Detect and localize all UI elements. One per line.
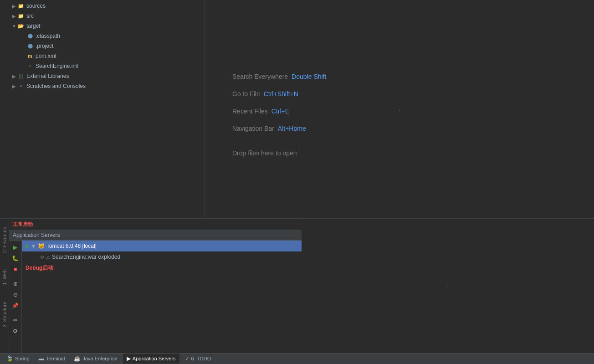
toolbar-tab-terminal-label: Terminal (46, 356, 65, 361)
side-tab-web[interactable]: 1: Web (1, 266, 8, 289)
classpath-icon: ⬤ (26, 32, 34, 40)
tree-label-src: src (26, 13, 34, 19)
settings-button[interactable]: ⚙ (10, 326, 20, 336)
run-icon: ▶ (26, 243, 29, 249)
expand-button[interactable]: ⊕ (10, 279, 20, 289)
stop-button[interactable]: ■ (10, 264, 20, 274)
shortcut-file-label: Go to File (232, 90, 260, 97)
tree-item-extlibs[interactable]: ▶ ||| External Libraries (0, 71, 205, 81)
shortcut-nav: Navigation Bar Alt+Home (232, 125, 306, 132)
tomcat-icon: 🐱 (38, 243, 45, 249)
tree-item-src[interactable]: ▶ 📁 src (0, 11, 205, 21)
tree-label-pom: pom.xml (36, 53, 56, 59)
shortcut-file-key: Ctrl+Shift+N (264, 90, 298, 97)
folder-icon-src: 📁 (17, 12, 25, 20)
terminal-icon: ▬ (39, 355, 44, 362)
tree-arrow-src: ▶ (11, 14, 17, 19)
shortcut-search-label: Search Everywhere (232, 73, 288, 80)
tree-label-target: target (26, 23, 41, 29)
artifact-warn-icon: ⚠ (46, 255, 50, 260)
scratch-icon: ▪ (17, 82, 25, 90)
app-servers-icon: ▶ (127, 355, 131, 362)
drop-hint: Drop files here to open (232, 149, 297, 157)
spring-icon: 🍃 (6, 355, 13, 362)
toolbar-tab-todo[interactable]: ✓ 6: TODO (181, 354, 215, 364)
app-servers-header: Application Servers (9, 230, 302, 241)
tree-item-pom[interactable]: m pom.xml (0, 51, 205, 61)
shortcut-recent: Recent Files Ctrl+E (232, 108, 289, 115)
tree-item-target[interactable]: ▼ 📂 target (0, 21, 205, 31)
tree-arrow-extlibs: ▶ (11, 74, 17, 79)
left-panel-content: 正常启动 Application Servers ▶ 🐛 ■ ⊕ ⊖ 📌 ✏ ⚙ (9, 219, 302, 353)
shortcut-search: Search Everywhere Double Shift (232, 73, 326, 80)
debug-button[interactable]: 🐛 (10, 253, 20, 263)
toolbar-tab-app-servers-label: Application Servers (133, 356, 176, 361)
tree-arrow-sources: ▶ (11, 4, 17, 9)
server-tool-buttons: ▶ 🐛 ■ ⊕ ⊖ 📌 ✏ ⚙ (9, 241, 22, 353)
side-tab-favorites[interactable]: 2: Favorites (1, 223, 8, 256)
shortcut-recent-label: Recent Files (232, 108, 268, 115)
side-tab-structure[interactable]: 2: Structure (1, 298, 8, 331)
tomcat-label: Tomcat 8.0.48 [local] (46, 243, 97, 249)
artifact-label: SearchEngine:war exploded (52, 254, 120, 260)
tree-scroll[interactable]: ▶ 📁 sources ▶ 📁 src ▼ 📂 target (0, 0, 205, 218)
server-tomcat-item[interactable]: ▶ ▼ 🐱 Tomcat 8.0.48 [local] (22, 241, 302, 251)
status-normal: 正常启动 (9, 219, 302, 230)
shortcut-nav-label: Navigation Bar (232, 125, 274, 132)
bottom-panel-row: 2: Favorites 1: Web 2: Structure 正常启动 Ap… (0, 219, 594, 353)
tree-item-sources[interactable]: ▶ 📁 sources (0, 1, 205, 11)
center-dot: · (446, 281, 449, 291)
bottom-section: 2: Favorites 1: Web 2: Structure 正常启动 Ap… (0, 218, 594, 364)
run-button[interactable]: ▶ (10, 242, 20, 252)
server-list: ▶ ▼ 🐱 Tomcat 8.0.48 [local] ⚙ ⚠ SearchEn… (22, 241, 302, 353)
tree-label-project: .project (36, 43, 53, 49)
artifact-icon: ⚙ (40, 255, 44, 260)
project-icon: ⬤ (26, 42, 34, 50)
toolbar-tab-java-label: Java Enterprise (82, 356, 117, 361)
right-empty-panel: · (302, 219, 594, 353)
toolbar-tab-app-servers[interactable]: ▶ Application Servers (123, 354, 179, 364)
toolbar-tab-terminal[interactable]: ▬ Terminal (35, 354, 69, 364)
tree-item-classpath[interactable]: ⬤ .classpath (0, 31, 205, 41)
bottom-toolbar: 🍃 Spring ▬ Terminal ☕ Java Enterprise ▶ … (0, 353, 594, 364)
tree-item-iml[interactable]: ▪ SearchEngine.iml (0, 61, 205, 71)
iml-icon: ▪ (26, 62, 34, 70)
editor-area: · Search Everywhere Double Shift Go to F… (205, 0, 594, 218)
collapse-button[interactable]: ⊖ (10, 290, 20, 300)
tree-label-scratches: Scratches and Consoles (26, 83, 86, 89)
tree-item-project[interactable]: ⬤ .project (0, 41, 205, 51)
project-tree: ▶ 📁 sources ▶ 📁 src ▼ 📂 target (0, 0, 205, 218)
side-tabs: 2: Favorites 1: Web 2: Structure (0, 219, 9, 353)
dot-grid: · (398, 104, 401, 114)
tree-label-iml: SearchEngine.iml (36, 63, 78, 69)
toolbar-tab-java-enterprise[interactable]: ☕ Java Enterprise (70, 354, 121, 364)
debug-status: Debug启动 (26, 265, 53, 271)
shortcut-search-key: Double Shift (292, 73, 326, 80)
edit-button[interactable]: ✏ (10, 315, 20, 325)
tree-label-classpath: .classpath (36, 33, 60, 39)
folder-icon-sources: 📁 (17, 2, 25, 10)
todo-icon: ✓ (185, 355, 189, 362)
tree-arrow-target: ▼ (11, 24, 17, 29)
expand-arrow: ▼ (31, 243, 36, 249)
debug-status-row: Debug启动 (22, 262, 302, 274)
shortcut-file: Go to File Ctrl+Shift+N (232, 90, 298, 97)
folder-icon-target: 📂 (17, 22, 25, 30)
pin-button[interactable]: 📌 (10, 301, 20, 311)
tree-arrow-scratches: ▶ (11, 84, 17, 89)
toolbar-tab-todo-label: 6: TODO (191, 356, 211, 361)
xml-icon: m (26, 52, 34, 60)
toolbar-tab-spring-label: Spring (15, 356, 30, 361)
lib-icon: ||| (17, 72, 25, 80)
toolbar-tab-spring[interactable]: 🍃 Spring (3, 354, 33, 364)
java-enterprise-icon: ☕ (74, 355, 81, 362)
artifact-item[interactable]: ⚙ ⚠ SearchEngine:war exploded (22, 251, 302, 262)
tree-label-extlibs: External Libraries (26, 73, 69, 79)
panel-server-area: ▶ 🐛 ■ ⊕ ⊖ 📌 ✏ ⚙ ▶ ▼ 🐱 Tomcat (9, 241, 302, 353)
tree-label-sources: sources (26, 3, 46, 9)
shortcut-recent-key: Ctrl+E (271, 108, 289, 115)
tree-item-scratches[interactable]: ▶ ▪ Scratches and Consoles (0, 81, 205, 91)
app-servers-title: Application Servers (13, 232, 60, 238)
shortcut-nav-key: Alt+Home (278, 125, 306, 132)
